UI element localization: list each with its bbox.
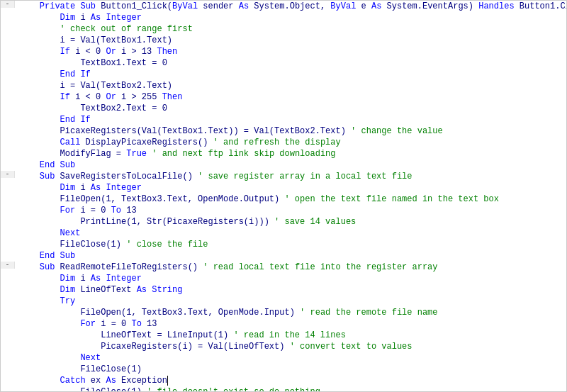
line-text: For i = 0 To 13 <box>15 205 566 216</box>
collapse-icon[interactable]: - <box>5 171 9 178</box>
code-line: ' check out of range first <box>1 23 566 35</box>
code-line: FileOpen(1, TextBox3.Text, OpenMode.Inpu… <box>1 307 566 318</box>
line-text: End If <box>15 114 566 125</box>
line-text: PrintLine(1, Str(PicaxeRegisters(i))) ' … <box>15 216 566 228</box>
line-text: PicaxeRegisters(Val(TextBox1.Text)) = Va… <box>15 125 566 137</box>
code-line: Next <box>1 228 566 239</box>
line-text: End If <box>15 69 566 80</box>
code-line: Dim LineOfText As String <box>1 284 566 296</box>
code-line: End If <box>1 69 566 80</box>
line-text: If i < 0 Or i > 13 Then <box>15 46 566 57</box>
code-content: - Private Sub Button1_Click(ByVal sender… <box>1 1 566 392</box>
code-line: Next <box>1 352 566 364</box>
line-text: Next <box>15 228 566 239</box>
line-text: Private Sub Button1_Click(ByVal sender A… <box>15 1 567 12</box>
code-line: FileClose(1) ' close the file <box>1 239 566 250</box>
code-line: LineOfText = LineInput(1) ' read in the … <box>1 330 566 341</box>
code-line: FileClose(1) ' file doesn't exist so do … <box>1 386 566 392</box>
line-text: ModifyFlag = True ' and next ftp link sk… <box>15 148 566 159</box>
line-text: i = Val(TextBox1.Text) <box>15 35 566 46</box>
line-text: TextBox1.Text = 0 <box>15 57 566 69</box>
line-text: End Sub <box>15 250 566 262</box>
line-text: ' check out of range first <box>15 23 566 35</box>
code-line: End Sub <box>1 250 566 262</box>
line-text: LineOfText = LineInput(1) ' read in the … <box>15 330 566 341</box>
line-text: i = Val(TextBox2.Text) <box>15 80 566 91</box>
line-text: Dim LineOfText As String <box>15 284 566 296</box>
line-text: FileOpen(1, TextBox3.Text, OpenMode.Outp… <box>15 194 566 205</box>
code-line: FileClose(1) <box>1 364 566 375</box>
line-text: TextBox2.Text = 0 <box>15 103 566 114</box>
line-text: FileClose(1) <box>15 364 566 375</box>
code-line: FileOpen(1, TextBox3.Text, OpenMode.Outp… <box>1 194 566 205</box>
line-text: Next <box>15 352 566 364</box>
code-line: End If <box>1 114 566 125</box>
code-line: TextBox2.Text = 0 <box>1 103 566 114</box>
code-line: PicaxeRegisters(i) = Val(LineOfText) ' c… <box>1 341 566 352</box>
code-line: If i < 0 Or i > 13 Then <box>1 46 566 57</box>
code-line: For i = 0 To 13 <box>1 318 566 330</box>
code-line: - Sub ReadRemoteFileToRegisters() ' read… <box>1 262 566 273</box>
code-line: PicaxeRegisters(Val(TextBox1.Text)) = Va… <box>1 125 566 137</box>
code-editor[interactable]: - Private Sub Button1_Click(ByVal sender… <box>0 0 567 392</box>
code-line: Try <box>1 296 566 307</box>
line-text: Dim i As Integer <box>15 12 566 23</box>
line-text: For i = 0 To 13 <box>15 318 566 330</box>
collapse-icon[interactable]: - <box>5 1 9 8</box>
line-text: FileClose(1) ' close the file <box>15 239 566 250</box>
line-text: End Sub <box>15 159 566 171</box>
line-text: Catch ex As Exception <box>15 375 566 386</box>
code-line: i = Val(TextBox1.Text) <box>1 35 566 46</box>
code-line: PrintLine(1, Str(PicaxeRegisters(i))) ' … <box>1 216 566 228</box>
code-line: Dim i As Integer <box>1 12 566 23</box>
code-line: i = Val(TextBox2.Text) <box>1 80 566 91</box>
code-line: Dim i As Integer <box>1 182 566 194</box>
code-line: - Sub SaveRegistersToLocalFile() ' save … <box>1 171 566 182</box>
code-line: TextBox1.Text = 0 <box>1 57 566 69</box>
code-line: ModifyFlag = True ' and next ftp link sk… <box>1 148 566 159</box>
line-text: Sub SaveRegistersToLocalFile() ' save re… <box>15 171 566 182</box>
line-text: PicaxeRegisters(i) = Val(LineOfText) ' c… <box>15 341 566 352</box>
code-line: End Sub <box>1 159 566 171</box>
line-gutter[interactable]: - <box>1 171 15 178</box>
line-text: Try <box>15 296 566 307</box>
code-line: If i < 0 Or i > 255 Then <box>1 91 566 103</box>
code-line: Dim i As Integer <box>1 273 566 284</box>
code-line: Call DisplayPicaxeRegisters() ' and refr… <box>1 137 566 148</box>
code-line: - Private Sub Button1_Click(ByVal sender… <box>1 1 566 12</box>
collapse-icon[interactable]: - <box>5 262 9 269</box>
line-text: Sub ReadRemoteFileToRegisters() ' read l… <box>15 262 566 273</box>
line-text: FileClose(1) ' file doesn't exist so do … <box>15 386 566 392</box>
line-text: FileOpen(1, TextBox3.Text, OpenMode.Inpu… <box>15 307 566 318</box>
line-gutter[interactable]: - <box>1 262 15 269</box>
line-gutter[interactable]: - <box>1 1 15 8</box>
code-line: Catch ex As Exception <box>1 375 566 386</box>
line-text: Dim i As Integer <box>15 273 566 284</box>
line-text: Call DisplayPicaxeRegisters() ' and refr… <box>15 137 566 148</box>
line-text: Dim i As Integer <box>15 182 566 194</box>
line-text: If i < 0 Or i > 255 Then <box>15 91 566 103</box>
code-line: For i = 0 To 13 <box>1 205 566 216</box>
